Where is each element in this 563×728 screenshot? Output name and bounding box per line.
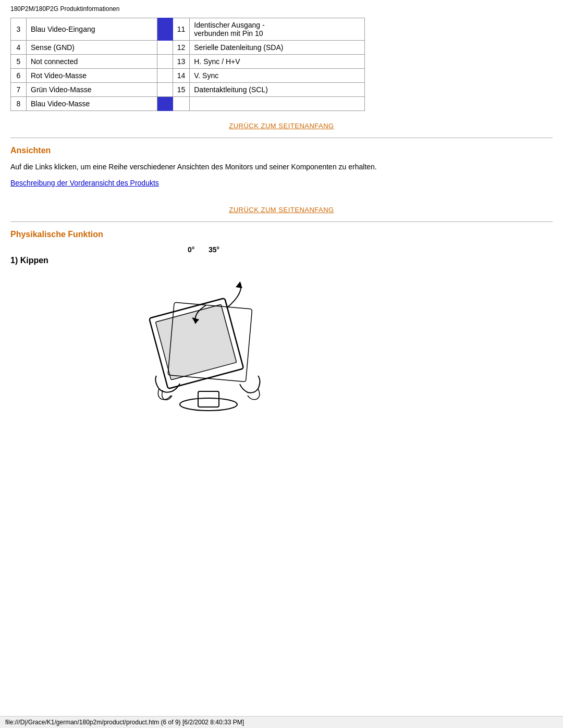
pin-num: 13 <box>173 55 190 69</box>
pin-num: 5 <box>11 55 27 69</box>
table-row: 5 Not connected 13 H. Sync / H+V <box>11 55 365 69</box>
monitor-svg <box>125 256 292 423</box>
pin-num: 3 <box>11 18 27 41</box>
ansichten-text: Auf die Links klicken, um eine Reihe ver… <box>10 162 553 172</box>
divider-1 <box>10 138 553 138</box>
blue-indicator <box>157 97 173 111</box>
blue-indicator <box>157 18 173 41</box>
pin-label: Serielle Datenleitung (SDA) <box>190 41 365 55</box>
pin-label: V. Sync <box>190 69 365 83</box>
empty-cell <box>157 83 173 97</box>
pin-num: 15 <box>173 83 190 97</box>
physikalisch-section: Physikalische Funktion 1) Kippen 0° 35° <box>10 230 553 412</box>
pin-table: 3 Blau Video-Eingang 11 Identischer Ausg… <box>10 18 365 111</box>
kippen-label: 1) Kippen <box>10 256 73 265</box>
pin-num: 7 <box>11 83 27 97</box>
pin-label: Grün Video-Masse <box>27 83 157 97</box>
table-row: 3 Blau Video-Eingang 11 Identischer Ausg… <box>11 18 365 41</box>
table-row: 7 Grün Video-Masse 15 Datentaktleitung (… <box>11 83 365 97</box>
pin-num: 14 <box>173 69 190 83</box>
pin-num: 8 <box>11 97 27 111</box>
footer-bar: file:///D|/Grace/K1/german/180p2m/produc… <box>0 716 563 728</box>
vorderansicht-link[interactable]: Beschreibung der Vorderansicht des Produ… <box>10 179 159 187</box>
empty-cell <box>173 97 190 111</box>
footer-text: file:///D|/Grace/K1/german/180p2m/produc… <box>5 719 244 726</box>
svg-point-0 <box>180 398 237 411</box>
table-row: 6 Rot Video-Masse 14 V. Sync <box>11 69 365 83</box>
monitor-illustration: 0° 35° <box>125 245 292 412</box>
pin-num: 12 <box>173 41 190 55</box>
ansichten-section: Ansichten Auf die Links klicken, um eine… <box>10 146 553 195</box>
svg-marker-5 <box>236 282 242 288</box>
svg-rect-1 <box>198 391 219 407</box>
pin-label: Identischer Ausgang -verbunden mit Pin 1… <box>190 18 365 41</box>
page-title: 180P2M/180P2G Produktinformationen <box>10 5 553 13</box>
back-link-2-container: ZURÜCK ZUM SEITENANFANG <box>10 205 553 214</box>
pin-label: Not connected <box>27 55 157 69</box>
empty-cell <box>157 69 173 83</box>
empty-cell <box>157 41 173 55</box>
ansichten-heading: Ansichten <box>10 146 553 155</box>
pin-num: 4 <box>11 41 27 55</box>
pin-label: Rot Video-Masse <box>27 69 157 83</box>
pin-label: H. Sync / H+V <box>190 55 365 69</box>
table-row: 4 Sense (GND) 12 Serielle Datenleitung (… <box>11 41 365 55</box>
back-link-1-container: ZURÜCK ZUM SEITENANFANG <box>10 121 553 130</box>
kippen-content: 1) Kippen 0° 35° <box>10 245 553 412</box>
degree-35-label: 35° <box>209 245 219 254</box>
physikalisch-heading: Physikalische Funktion <box>10 230 553 239</box>
pin-label: Blau Video-Eingang <box>27 18 157 41</box>
pin-label: Sense (GND) <box>27 41 157 55</box>
empty-cell <box>157 55 173 69</box>
divider-2 <box>10 221 553 222</box>
back-to-top-link-2[interactable]: ZURÜCK ZUM SEITENANFANG <box>229 206 334 214</box>
pin-label: Datentaktleitung (SCL) <box>190 83 365 97</box>
pin-num: 11 <box>173 18 190 41</box>
table-row: 8 Blau Video-Masse <box>11 97 365 111</box>
empty-cell <box>190 97 365 111</box>
pin-num: 6 <box>11 69 27 83</box>
pin-label: Blau Video-Masse <box>27 97 157 111</box>
back-to-top-link-1[interactable]: ZURÜCK ZUM SEITENANFANG <box>229 122 334 130</box>
degree-0-label: 0° <box>188 245 194 254</box>
